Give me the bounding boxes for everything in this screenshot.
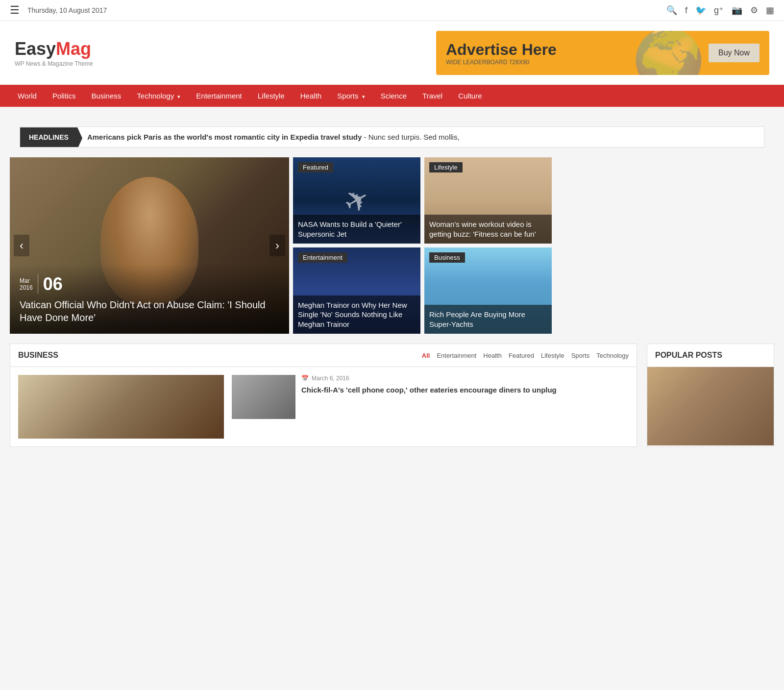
logo-subtitle: WP News & Magazine Theme (15, 60, 93, 67)
featured-overlay: Mar 2016 06 Vatican Official Who Didn't … (10, 264, 289, 334)
featured-month: Mar (20, 277, 33, 284)
nav-business[interactable]: Business (83, 85, 129, 107)
tab-technology[interactable]: Technology (596, 352, 629, 359)
ad-banner[interactable]: 🌍 Advertise Here WIDE LEADERBOARD 728X90… (436, 31, 769, 75)
prev-arrow-icon[interactable]: ‹ (14, 235, 29, 256)
featured-card-meghan[interactable]: Entertainment Meghan Trainor on Why Her … (293, 247, 420, 334)
headlines-bold-text: Americans pick Paris as the world's most… (87, 133, 362, 141)
bottom-sections: BUSINESS All Entertainment Health Featur… (10, 344, 774, 447)
article-meta: 📅 March 6, 2016 (301, 375, 557, 382)
logo-easy: Easy (15, 39, 56, 59)
ad-subtitle: WIDE LEADERBOARD 728X90 (446, 59, 557, 66)
top-bar-left: ☰ Thursday, 10 August 2017 (10, 4, 107, 17)
tab-all[interactable]: All (422, 352, 430, 359)
nav-technology[interactable]: Technology ▾ (129, 85, 188, 107)
featured-section: ‹ › Mar 2016 06 Vatican Official Who Did… (10, 157, 774, 334)
article-details: 📅 March 6, 2016 Chick-fil-A's 'cell phon… (301, 375, 557, 439)
tab-sports[interactable]: Sports (571, 352, 590, 359)
business-section-tabs: All Entertainment Health Featured Lifest… (422, 352, 629, 359)
featured-row-1: Featured NASA Wants to Build a 'Quieter'… (293, 157, 774, 244)
nav-travel[interactable]: Travel (415, 85, 450, 107)
nav-world[interactable]: World (10, 85, 45, 107)
featured-card-nasa[interactable]: Featured NASA Wants to Build a 'Quieter'… (293, 157, 420, 244)
featured-year: 2016 (20, 284, 33, 291)
business-section-header: BUSINESS All Entertainment Health Featur… (10, 344, 637, 367)
card-tag-lifestyle: Lifestyle (429, 162, 463, 172)
twitter-icon[interactable]: 🐦 (695, 5, 706, 16)
popular-posts-section: POPULAR POSTS (647, 344, 774, 447)
featured-month-year: Mar 2016 (20, 277, 33, 291)
nav-health[interactable]: Health (293, 85, 329, 107)
headlines-ticker: HEADLINES Americans pick Paris as the wo… (20, 126, 764, 148)
featured-date: Mar 2016 06 (20, 274, 279, 295)
card-title-wine: Woman's wine workout video is getting bu… (424, 215, 552, 244)
business-section: BUSINESS All Entertainment Health Featur… (10, 344, 637, 447)
ad-title: Advertise Here (446, 41, 557, 59)
calendar-icon: 📅 (301, 375, 309, 382)
featured-card-wine[interactable]: Lifestyle Woman's wine workout video is … (424, 157, 552, 244)
tab-health[interactable]: Health (483, 352, 502, 359)
popular-post-image (647, 367, 774, 445)
article-title: Chick-fil-A's 'cell phone coop,' other e… (301, 385, 557, 395)
headlines-rest-text: - Nunc sed turpis. Sed mollis, (362, 133, 459, 141)
flickr-icon[interactable]: ▦ (766, 5, 774, 16)
search-icon[interactable]: 🔍 (666, 5, 677, 16)
next-arrow-icon[interactable]: › (270, 235, 285, 256)
headlines-text: Americans pick Paris as the world's most… (77, 127, 469, 147)
featured-grid: Featured NASA Wants to Build a 'Quieter'… (293, 157, 774, 334)
card-tag-featured: Featured (298, 162, 333, 172)
ad-buy-button[interactable]: Buy Now (709, 44, 760, 62)
nav-sports[interactable]: Sports ▾ (329, 85, 373, 107)
nav-science[interactable]: Science (373, 85, 415, 107)
site-logo[interactable]: EasyMag WP News & Magazine Theme (15, 39, 93, 67)
top-bar: ☰ Thursday, 10 August 2017 🔍 f 🐦 g⁺ 📷 ⚙ … (0, 0, 784, 21)
hamburger-icon[interactable]: ☰ (10, 4, 20, 17)
business-main-image (18, 375, 224, 439)
instagram-icon[interactable]: 📷 (732, 5, 742, 16)
business-article[interactable]: 📅 March 6, 2016 Chick-fil-A's 'cell phon… (232, 375, 557, 439)
nav-culture[interactable]: Culture (450, 85, 490, 107)
popular-posts-title: POPULAR POSTS (655, 351, 722, 359)
chevron-down-icon: ▾ (177, 94, 180, 99)
business-content: 📅 March 6, 2016 Chick-fil-A's 'cell phon… (10, 367, 637, 446)
site-header: EasyMag WP News & Magazine Theme 🌍 Adver… (0, 21, 784, 85)
ad-text: Advertise Here WIDE LEADERBOARD 728X90 (446, 41, 557, 66)
nav-entertainment[interactable]: Entertainment (188, 85, 249, 107)
nav-lifestyle[interactable]: Lifestyle (250, 85, 293, 107)
tab-entertainment[interactable]: Entertainment (437, 352, 476, 359)
card-title-meghan: Meghan Trainor on Why Her New Single 'No… (293, 296, 420, 334)
date-display: Thursday, 10 August 2017 (27, 6, 107, 14)
nav-politics[interactable]: Politics (45, 85, 84, 107)
github-icon[interactable]: ⚙ (750, 5, 758, 16)
logo-text: EasyMag (15, 39, 93, 59)
headlines-label: HEADLINES (20, 127, 77, 147)
card-title-yachts: Rich People Are Buying More Super-Yachts (424, 305, 552, 334)
popular-posts-header: POPULAR POSTS (647, 344, 774, 367)
logo-mag: Mag (56, 39, 91, 59)
featured-main-article[interactable]: ‹ › Mar 2016 06 Vatican Official Who Did… (10, 157, 289, 334)
main-content: HEADLINES Americans pick Paris as the wo… (0, 107, 784, 457)
featured-row-2: Entertainment Meghan Trainor on Why Her … (293, 247, 774, 334)
article-date: March 6, 2016 (312, 375, 349, 382)
article-thumbnail (232, 375, 295, 419)
featured-main-title: Vatican Official Who Didn't Act on Abuse… (20, 298, 279, 324)
chevron-down-icon: ▾ (362, 94, 365, 99)
card-tag-entertainment: Entertainment (298, 252, 347, 263)
card-tag-business: Business (429, 252, 465, 263)
ad-map-decoration: 🌍 (632, 31, 706, 75)
business-section-title: BUSINESS (18, 351, 58, 360)
main-nav: World Politics Business Technology ▾ Ent… (0, 85, 784, 107)
card-title-nasa: NASA Wants to Build a 'Quieter' Superson… (293, 215, 420, 244)
featured-card-yachts[interactable]: Business Rich People Are Buying More Sup… (424, 247, 552, 334)
social-icons: 🔍 f 🐦 g⁺ 📷 ⚙ ▦ (666, 5, 774, 16)
facebook-icon[interactable]: f (685, 5, 687, 16)
featured-day: 06 (43, 274, 63, 295)
googleplus-icon[interactable]: g⁺ (714, 5, 724, 16)
date-divider (38, 274, 38, 294)
tab-featured[interactable]: Featured (509, 352, 534, 359)
tab-lifestyle[interactable]: Lifestyle (541, 352, 564, 359)
